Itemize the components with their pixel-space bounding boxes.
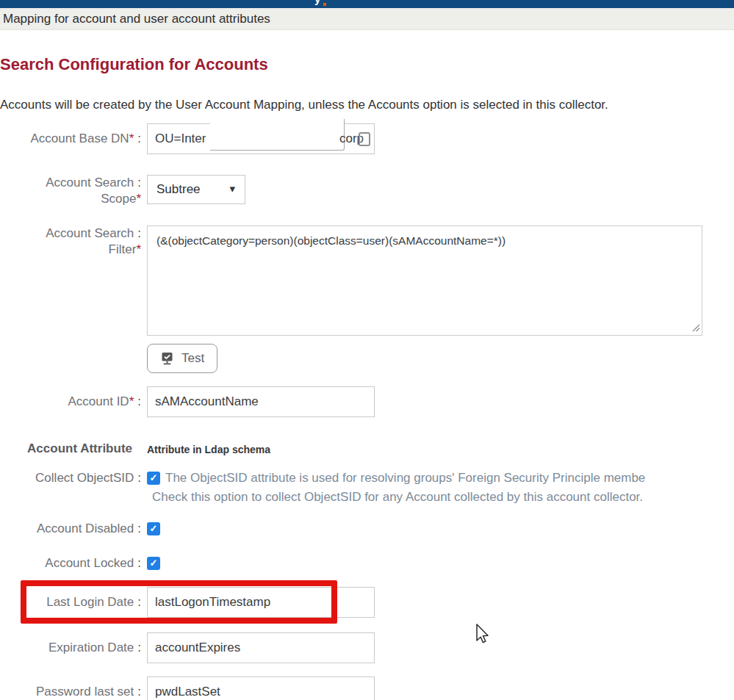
redaction-overlay bbox=[210, 119, 345, 151]
field-row-account-base-dn: Account Base DN*: OU=Inter corp bbox=[0, 123, 734, 154]
checkmark-icon: ✓ bbox=[150, 472, 158, 485]
field-row-account-locked: Account Locked: ✓ bbox=[0, 555, 734, 572]
label-colon: : bbox=[137, 226, 141, 240]
password-last-set-label: Password last set: bbox=[0, 676, 147, 700]
label-colon: : bbox=[137, 685, 141, 699]
last-login-date-input[interactable] bbox=[147, 587, 375, 618]
last-login-date-label: Last Login Date: bbox=[0, 587, 147, 618]
section-description-text: Mapping for account and user account att… bbox=[3, 12, 270, 26]
required-asterisk: * bbox=[136, 192, 141, 206]
overlay-box-icon bbox=[359, 132, 370, 146]
account-attribute-header: Account Attribute bbox=[0, 441, 147, 456]
label-colon: : bbox=[137, 471, 141, 485]
section-description-bar: Mapping for account and user account att… bbox=[0, 8, 734, 30]
ldap-schema-header: Attribute in Ldap schema bbox=[147, 441, 270, 456]
account-locked-checkbox[interactable]: ✓ bbox=[147, 557, 160, 570]
account-search-filter-label: Account Search: Filter* bbox=[0, 225, 147, 336]
account-locked-label: Account Locked: bbox=[0, 555, 147, 572]
page: y Mapping for account and user account a… bbox=[0, 0, 734, 700]
collect-objectsid-help-line1: The ObjectSID attribute is used for reso… bbox=[165, 469, 645, 488]
selected-option-label: Subtree bbox=[156, 182, 201, 197]
account-base-dn-input[interactable]: OU=Inter corp bbox=[147, 123, 375, 154]
clipped-title-dot bbox=[323, 3, 326, 6]
field-row-account-disabled: Account Disabled: ✓ bbox=[0, 520, 734, 538]
field-row-expiration-date: Expiration Date: bbox=[0, 632, 734, 663]
account-search-filter-textarea[interactable]: (&(objectCategory=person)(objectClass=us… bbox=[147, 225, 702, 336]
required-asterisk: * bbox=[129, 394, 134, 408]
collect-objectsid-checkbox[interactable]: ✓ bbox=[147, 472, 160, 485]
field-row-account-id: Account ID*: bbox=[0, 386, 734, 417]
label-colon: : bbox=[137, 394, 141, 408]
attribute-headers-row: Account Attribute Attribute in Ldap sche… bbox=[0, 441, 734, 456]
account-id-label: Account ID*: bbox=[0, 386, 147, 417]
resize-grip-icon[interactable] bbox=[691, 322, 700, 332]
field-row-collect-objectsid: Collect ObjectSID: ✓ The ObjectSID attri… bbox=[0, 469, 734, 488]
intro-text: Accounts will be created by the User Acc… bbox=[0, 98, 734, 112]
label-colon: : bbox=[137, 641, 141, 654]
required-asterisk: * bbox=[129, 131, 134, 145]
account-search-scope-select[interactable]: Subtree ▾ bbox=[147, 175, 245, 204]
label-colon: : bbox=[137, 522, 141, 535]
required-asterisk: * bbox=[136, 242, 141, 256]
account-base-dn-label: Account Base DN*: bbox=[0, 123, 147, 154]
collect-objectsid-label: Collect ObjectSID: bbox=[0, 469, 147, 488]
top-navigation-bar: y bbox=[0, 0, 734, 8]
clipped-title-text: y bbox=[314, 0, 320, 5]
checkmark-icon: ✓ bbox=[150, 522, 158, 535]
collect-objectsid-help-line2: Check this option to collect ObjectSID f… bbox=[152, 488, 643, 507]
password-last-set-input[interactable] bbox=[147, 676, 375, 700]
field-row-account-search-scope: Account Search: Scope* Subtree ▾ bbox=[0, 175, 734, 207]
checkmark-icon: ✓ bbox=[150, 557, 158, 570]
expiration-date-input[interactable] bbox=[147, 632, 375, 663]
monitor-check-icon bbox=[160, 352, 174, 366]
field-row-account-search-filter: Account Search: Filter* (&(objectCategor… bbox=[0, 225, 734, 336]
label-colon: : bbox=[137, 131, 141, 145]
test-button-row: Test bbox=[0, 344, 734, 373]
label-colon: : bbox=[137, 556, 141, 570]
label-colon: : bbox=[137, 176, 141, 190]
account-disabled-label: Account Disabled: bbox=[0, 520, 147, 538]
account-search-scope-label: Account Search: Scope* bbox=[0, 175, 147, 207]
page-title: Search Configuration for Accounts bbox=[0, 54, 734, 75]
account-id-input[interactable] bbox=[147, 386, 375, 417]
field-row-password-last-set: Password last set: bbox=[0, 676, 734, 700]
account-base-dn-value-prefix: OU=Inter bbox=[155, 131, 206, 146]
expiration-date-label: Expiration Date: bbox=[0, 632, 147, 663]
test-button[interactable]: Test bbox=[147, 344, 217, 373]
field-row-last-login-date: Last Login Date: bbox=[0, 587, 734, 618]
label-colon: : bbox=[137, 595, 141, 609]
chevron-down-icon: ▾ bbox=[229, 182, 235, 195]
test-button-label: Test bbox=[181, 351, 204, 366]
account-disabled-checkbox[interactable]: ✓ bbox=[147, 522, 160, 535]
